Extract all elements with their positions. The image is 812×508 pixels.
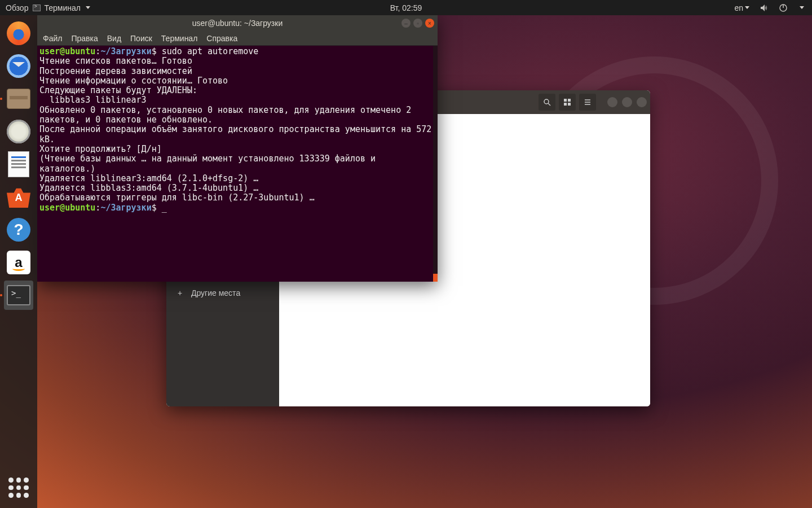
term-line: Обновлено 0 пакетов, установлено 0 новых… — [39, 105, 416, 125]
launcher-files[interactable] — [4, 84, 33, 113]
terminal-icon — [7, 285, 30, 305]
top-panel: Обзор Терминал Вт, 02:59 en — [0, 0, 812, 15]
chevron-down-icon — [800, 6, 804, 9]
term-line: После данной операции объём занятого дис… — [39, 124, 436, 144]
term-line: Хотите продолжить? [Д/н] — [39, 144, 162, 154]
prompt-symbol: $ — [152, 203, 157, 213]
launcher-software[interactable] — [4, 182, 33, 212]
plus-icon: + — [175, 288, 184, 297]
grid-icon — [563, 98, 571, 106]
window-minimize-button[interactable] — [607, 97, 617, 107]
clock[interactable]: Вт, 02:59 — [390, 3, 422, 12]
term-line: Чтение информации о состоянии… Готово — [39, 76, 228, 86]
firefox-icon — [7, 21, 30, 45]
volume-icon[interactable] — [760, 3, 769, 12]
menu-view[interactable]: Вид — [107, 34, 121, 43]
search-icon — [543, 98, 551, 106]
svg-rect-7 — [568, 103, 571, 106]
term-line: libblas3 liblinear3 — [39, 95, 147, 105]
keyboard-layout-indicator[interactable]: en — [734, 3, 749, 12]
show-applications-button[interactable] — [4, 473, 33, 502]
appmenu-label: Терминал — [44, 3, 80, 12]
menu-help[interactable]: Справка — [206, 34, 237, 43]
prompt-path: ~/Загрузки — [100, 203, 151, 213]
term-line: Удаляется libblas3:amd64 (3.7.1-4ubuntu1… — [39, 183, 258, 193]
menu-file[interactable]: Файл — [43, 34, 62, 43]
term-line: Следующие пакеты будут УДАЛЕНЫ: — [39, 85, 197, 95]
svg-rect-4 — [564, 99, 567, 102]
prompt-user: user@ubuntu — [39, 46, 95, 56]
term-line: Обрабатываются триггеры для libc-bin (2.… — [39, 192, 315, 203]
view-toggle-button[interactable] — [559, 94, 576, 111]
window-close-button[interactable] — [637, 97, 647, 107]
window-maximize-button[interactable]: ▫ — [413, 19, 422, 28]
terminal-scrollbar-track[interactable] — [433, 46, 438, 282]
launcher-amazon[interactable]: a — [4, 248, 33, 277]
terminal-scrollbar-thumb[interactable] — [433, 274, 438, 282]
svg-point-2 — [544, 99, 549, 104]
activities-button[interactable]: Обзор — [6, 3, 28, 12]
launcher-writer[interactable] — [4, 150, 33, 179]
sidebar-item-label: Другие места — [191, 288, 240, 297]
launcher-rhythmbox[interactable] — [4, 117, 33, 146]
terminal-title-text: user@ubuntu: ~/Загрузки — [192, 19, 283, 28]
help-icon: ? — [7, 218, 30, 242]
dock: ? a — [0, 15, 37, 508]
term-line: Удаляется liblinear3:amd64 (2.1.0+dfsg-2… — [39, 173, 258, 183]
svg-rect-6 — [564, 103, 567, 106]
prompt-path: ~/Загрузки — [100, 46, 151, 56]
prompt-symbol: $ — [152, 46, 157, 56]
terminal-menubar: Файл Правка Вид Поиск Терминал Справка — [37, 31, 438, 46]
window-close-button[interactable]: × — [425, 19, 434, 28]
term-line: (Чтение базы данных … на данный момент у… — [39, 154, 381, 173]
menu-edit[interactable]: Правка — [71, 34, 98, 43]
cursor: _ — [162, 203, 167, 213]
command-text: sudo apt autoremove — [162, 46, 259, 56]
writer-icon — [8, 151, 29, 177]
power-icon[interactable] — [779, 3, 788, 12]
svg-rect-5 — [568, 99, 571, 102]
files-icon — [7, 89, 30, 109]
sidebar-item-other-places[interactable]: + Другие места — [166, 283, 279, 303]
menu-terminal[interactable]: Терминал — [161, 34, 197, 43]
apps-grid-icon — [8, 478, 29, 498]
launcher-help[interactable]: ? — [4, 215, 33, 244]
terminal-titlebar[interactable]: user@ubuntu: ~/Загрузки – ▫ × — [37, 15, 438, 31]
rhythmbox-icon — [7, 120, 30, 143]
prompt-user: user@ubuntu — [39, 203, 95, 213]
chevron-down-icon — [745, 6, 749, 9]
hamburger-menu-button[interactable] — [579, 94, 596, 111]
keyboard-layout-label: en — [734, 3, 743, 12]
appmenu-terminal[interactable]: Терминал — [33, 3, 90, 12]
launcher-terminal[interactable] — [4, 281, 33, 310]
search-button[interactable] — [539, 94, 555, 111]
term-line: Построение дерева зависимостей — [39, 66, 192, 76]
chevron-down-icon — [86, 6, 90, 9]
launcher-firefox[interactable] — [4, 19, 33, 48]
term-line: Чтение списков пакетов… Готово — [39, 56, 192, 66]
launcher-thunderbird[interactable] — [4, 51, 33, 81]
thunderbird-icon — [7, 54, 30, 78]
terminal-output[interactable]: user@ubuntu:~/Загрузки$ sudo apt autorem… — [37, 46, 438, 282]
svg-line-3 — [548, 103, 550, 106]
software-icon — [7, 186, 30, 208]
terminal-icon — [33, 5, 41, 11]
hamburger-icon — [584, 98, 592, 106]
terminal-window[interactable]: user@ubuntu: ~/Загрузки – ▫ × Файл Правк… — [37, 15, 438, 282]
window-minimize-button[interactable]: – — [401, 19, 411, 28]
menu-search[interactable]: Поиск — [130, 34, 152, 43]
window-maximize-button[interactable] — [622, 97, 632, 107]
amazon-icon: a — [7, 251, 30, 274]
